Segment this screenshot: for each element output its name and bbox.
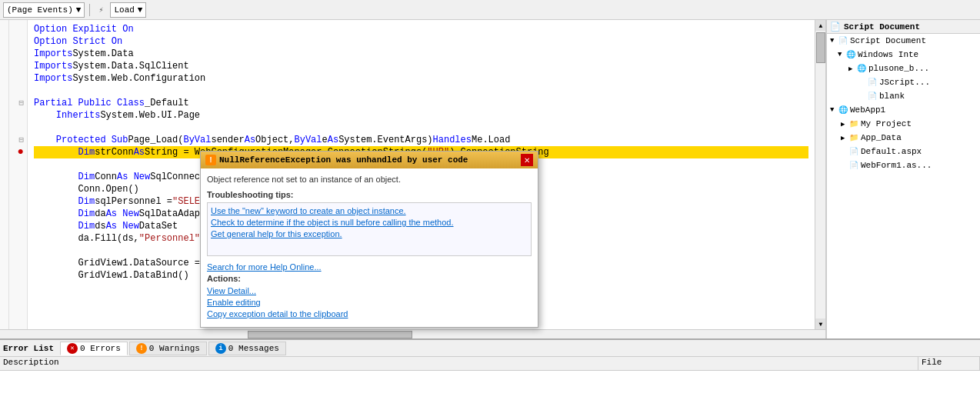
tree-label-appdata: App_Data <box>861 133 902 142</box>
tree-label-webapp1: WebApp1 <box>850 105 885 115</box>
code-line-7: Partial Public Class _Default <box>34 97 808 109</box>
code-line-2: Option Strict On <box>34 35 808 48</box>
tree-label-windows-inte: Windows Inte <box>858 50 918 59</box>
expand-arrow-2: ▼ <box>838 51 845 58</box>
ln-6 <box>9 85 24 97</box>
tab-warnings-label: 0 Warnings <box>149 344 200 353</box>
code-line-4: Imports System.Data.SqlClient <box>34 60 808 72</box>
scroll-up-btn[interactable]: ▲ <box>815 20 825 31</box>
action-copy-exception[interactable]: Copy exception detail to the clipboard <box>207 309 532 318</box>
exception-dialog: ! NullReferenceException was unhandled b… <box>200 151 538 328</box>
tree-item-jscript[interactable]: 📄 JScript... <box>827 75 980 89</box>
error-panel: Error List ✕ 0 Errors ! 0 Warnings i 0 M… <box>0 338 980 400</box>
tree-item-webapp1[interactable]: ▼ 🌐 WebApp1 <box>827 103 980 117</box>
dialog-close-button[interactable]: ✕ <box>521 154 533 166</box>
panel-header-icon: 📄 <box>830 22 841 32</box>
icon-appdata: 📁 <box>848 132 859 143</box>
icon-plusone: 🌐 <box>856 63 867 74</box>
tree-item-webform1[interactable]: 📄 WebForm1.as... <box>827 158 980 172</box>
error-badge-icon: ✕ <box>67 343 78 354</box>
tree-label-jscript: JScript... <box>879 78 930 87</box>
line-numbers: ⊟ ⊟ ● <box>9 20 28 329</box>
breakpoint-area <box>0 20 9 329</box>
code-line-6 <box>34 85 808 97</box>
ln-19 <box>9 245 24 257</box>
code-line-1: Option Explicit On <box>34 23 808 35</box>
ln-20 <box>9 257 24 269</box>
tree-item-blank[interactable]: 📄 blank <box>827 89 980 103</box>
tip-3[interactable]: Get general help for this exception. <box>211 229 528 238</box>
tree-label-blank: blank <box>879 92 905 101</box>
tip-1[interactable]: Use the "new" keyword to create an objec… <box>211 206 528 215</box>
ln-14 <box>9 183 24 195</box>
tree-item-defaultaspx[interactable]: 📄 Default.aspx <box>827 145 980 158</box>
action-view-detail[interactable]: View Detail... <box>207 286 532 295</box>
right-panel: 📄 Script Document ▼ 📄 Script Document ▼ … <box>826 20 980 338</box>
tree-item-appdata[interactable]: ▶ 📁 App_Data <box>827 131 980 145</box>
tips-box[interactable]: Use the "new" keyword to create an objec… <box>207 202 532 256</box>
ln-1 <box>9 23 24 35</box>
expand-arrow-3: ▶ <box>848 65 856 73</box>
ln-21 <box>9 269 24 282</box>
expand-arrow-7: ▶ <box>841 120 848 128</box>
ln-15 <box>9 195 24 208</box>
tab-errors-label: 0 Errors <box>80 344 121 353</box>
icon-webapp1: 🌐 <box>838 105 848 115</box>
tree-item-windows-inte[interactable]: ▼ 🌐 Windows Inte <box>827 48 980 62</box>
expand-arrow-10 <box>841 162 848 169</box>
lightning-icon: ⚡ <box>95 4 107 16</box>
ln-9 <box>9 122 24 134</box>
dropdown-arrow-2: ▼ <box>138 5 143 15</box>
tree-item-script-document[interactable]: ▼ 📄 Script Document <box>827 34 980 48</box>
tab-messages[interactable]: i 0 Messages <box>208 342 286 355</box>
col-file-label: File <box>922 358 942 367</box>
panel-header: 📄 Script Document <box>827 20 980 34</box>
scroll-track <box>815 65 825 318</box>
scroll-thumb[interactable] <box>816 32 825 63</box>
tab-warnings[interactable]: ! 0 Warnings <box>129 342 207 355</box>
ln-4 <box>9 60 24 72</box>
tree-item-plusone[interactable]: ▶ 🌐 plusone_b... <box>827 62 980 75</box>
page-events-label: (Page Events) <box>7 5 73 15</box>
ln-12 <box>9 158 24 171</box>
tip-2[interactable]: Check to determine if the object is null… <box>211 218 528 227</box>
error-list-content <box>0 371 980 400</box>
action-enable-editing[interactable]: Enable editing <box>207 298 532 307</box>
dropdown-arrow-1: ▼ <box>76 5 82 15</box>
warn-badge-icon: ! <box>136 343 147 354</box>
icon-defaultaspx: 📄 <box>848 146 859 157</box>
info-badge-icon: i <box>215 343 226 354</box>
icon-windows-inte: 🌐 <box>845 49 856 60</box>
ln-17 <box>9 220 24 232</box>
dialog-body: Object reference not set to an instance … <box>201 168 538 327</box>
icon-webform1: 📄 <box>848 160 859 171</box>
ln-18 <box>9 232 24 245</box>
error-columns: Description File <box>0 357 980 371</box>
ln-5 <box>9 72 24 85</box>
expand-arrow-9 <box>841 148 848 155</box>
tree-label-plusone: plusone_b... <box>868 64 929 73</box>
icon-script-document: 📄 <box>838 35 848 46</box>
expand-arrow-6: ▼ <box>830 106 838 114</box>
search-help-link[interactable]: Search for more Help Online... <box>207 262 532 272</box>
main-area: ⊟ ⊟ ● Option Explicit On <box>0 20 980 338</box>
load-dropdown[interactable]: Load ▼ <box>110 2 146 18</box>
tab-errors[interactable]: ✕ 0 Errors <box>60 342 128 355</box>
ln-8 <box>9 109 24 122</box>
tree-label-script-document: Script Document <box>850 36 926 45</box>
panel-header-title: Script Document <box>844 22 920 32</box>
vertical-scrollbar[interactable]: ▲ ▼ <box>815 20 825 329</box>
code-line-5: Imports System.Web.Configuration <box>34 72 808 85</box>
horizontal-scrollbar[interactable] <box>0 329 825 338</box>
tree-item-myproject[interactable]: ▶ 📁 My Project <box>827 117 980 131</box>
warning-icon: ! <box>205 155 216 165</box>
dialog-title-left: ! NullReferenceException was unhandled b… <box>205 155 468 165</box>
expand-arrow-5 <box>859 92 867 100</box>
dialog-titlebar: ! NullReferenceException was unhandled b… <box>201 152 538 168</box>
actions-title: Actions: <box>207 274 532 283</box>
icon-blank: 📄 <box>867 91 878 102</box>
scroll-down-btn[interactable]: ▼ <box>815 318 825 329</box>
h-scroll-thumb[interactable] <box>248 331 413 338</box>
page-events-dropdown[interactable]: (Page Events) ▼ <box>3 2 85 18</box>
tab-messages-label: 0 Messages <box>228 344 279 353</box>
